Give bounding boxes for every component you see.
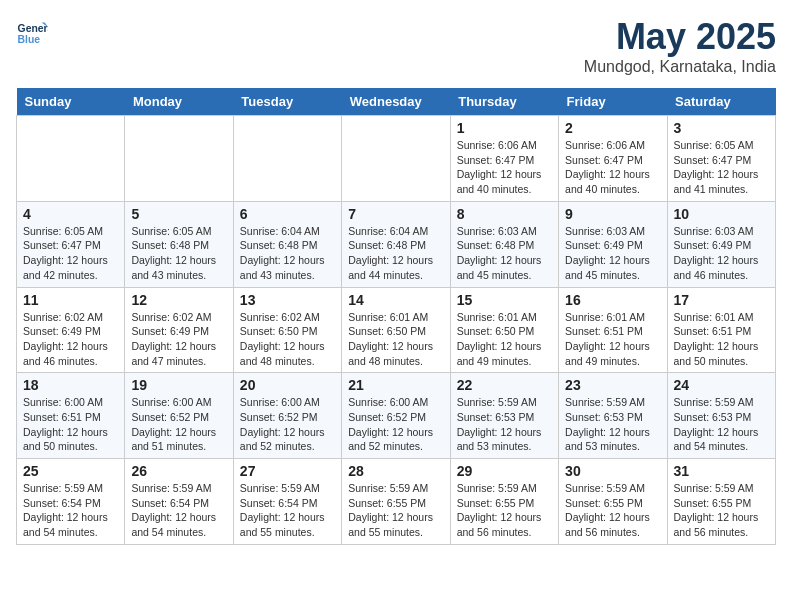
day-info: Sunrise: 6:05 AM Sunset: 6:47 PM Dayligh…: [23, 224, 118, 283]
day-info: Sunrise: 6:01 AM Sunset: 6:51 PM Dayligh…: [565, 310, 660, 369]
day-cell: 2Sunrise: 6:06 AM Sunset: 6:47 PM Daylig…: [559, 116, 667, 202]
day-cell: 31Sunrise: 5:59 AM Sunset: 6:55 PM Dayli…: [667, 459, 775, 545]
header-row: SundayMondayTuesdayWednesdayThursdayFrid…: [17, 88, 776, 116]
day-info: Sunrise: 5:59 AM Sunset: 6:55 PM Dayligh…: [348, 481, 443, 540]
day-cell: 17Sunrise: 6:01 AM Sunset: 6:51 PM Dayli…: [667, 287, 775, 373]
day-info: Sunrise: 6:02 AM Sunset: 6:49 PM Dayligh…: [131, 310, 226, 369]
day-cell: 19Sunrise: 6:00 AM Sunset: 6:52 PM Dayli…: [125, 373, 233, 459]
logo: General Blue: [16, 16, 48, 48]
header-cell-thursday: Thursday: [450, 88, 558, 116]
header-cell-monday: Monday: [125, 88, 233, 116]
svg-text:Blue: Blue: [18, 34, 41, 45]
day-info: Sunrise: 6:01 AM Sunset: 6:51 PM Dayligh…: [674, 310, 769, 369]
day-info: Sunrise: 6:02 AM Sunset: 6:49 PM Dayligh…: [23, 310, 118, 369]
day-cell: 5Sunrise: 6:05 AM Sunset: 6:48 PM Daylig…: [125, 201, 233, 287]
day-number: 17: [674, 292, 769, 308]
day-number: 6: [240, 206, 335, 222]
day-cell: 30Sunrise: 5:59 AM Sunset: 6:55 PM Dayli…: [559, 459, 667, 545]
day-number: 27: [240, 463, 335, 479]
header-cell-saturday: Saturday: [667, 88, 775, 116]
day-number: 2: [565, 120, 660, 136]
day-info: Sunrise: 6:00 AM Sunset: 6:51 PM Dayligh…: [23, 395, 118, 454]
day-number: 30: [565, 463, 660, 479]
day-number: 23: [565, 377, 660, 393]
day-number: 19: [131, 377, 226, 393]
day-info: Sunrise: 5:59 AM Sunset: 6:53 PM Dayligh…: [457, 395, 552, 454]
svg-text:General: General: [18, 23, 48, 34]
day-cell: 13Sunrise: 6:02 AM Sunset: 6:50 PM Dayli…: [233, 287, 341, 373]
day-cell: 9Sunrise: 6:03 AM Sunset: 6:49 PM Daylig…: [559, 201, 667, 287]
calendar-title: May 2025: [584, 16, 776, 58]
day-number: 1: [457, 120, 552, 136]
day-cell: 24Sunrise: 5:59 AM Sunset: 6:53 PM Dayli…: [667, 373, 775, 459]
day-number: 3: [674, 120, 769, 136]
day-number: 18: [23, 377, 118, 393]
day-number: 29: [457, 463, 552, 479]
day-info: Sunrise: 5:59 AM Sunset: 6:53 PM Dayligh…: [565, 395, 660, 454]
day-info: Sunrise: 6:04 AM Sunset: 6:48 PM Dayligh…: [240, 224, 335, 283]
day-number: 20: [240, 377, 335, 393]
week-row-1: 1Sunrise: 6:06 AM Sunset: 6:47 PM Daylig…: [17, 116, 776, 202]
day-cell: 22Sunrise: 5:59 AM Sunset: 6:53 PM Dayli…: [450, 373, 558, 459]
calendar-table: SundayMondayTuesdayWednesdayThursdayFrid…: [16, 88, 776, 545]
day-number: 12: [131, 292, 226, 308]
day-cell: 21Sunrise: 6:00 AM Sunset: 6:52 PM Dayli…: [342, 373, 450, 459]
page-header: General Blue May 2025 Mundgod, Karnataka…: [16, 16, 776, 76]
day-number: 8: [457, 206, 552, 222]
week-row-5: 25Sunrise: 5:59 AM Sunset: 6:54 PM Dayli…: [17, 459, 776, 545]
day-cell: 25Sunrise: 5:59 AM Sunset: 6:54 PM Dayli…: [17, 459, 125, 545]
week-row-4: 18Sunrise: 6:00 AM Sunset: 6:51 PM Dayli…: [17, 373, 776, 459]
day-cell: 16Sunrise: 6:01 AM Sunset: 6:51 PM Dayli…: [559, 287, 667, 373]
day-info: Sunrise: 6:03 AM Sunset: 6:49 PM Dayligh…: [674, 224, 769, 283]
day-number: 21: [348, 377, 443, 393]
day-number: 31: [674, 463, 769, 479]
day-info: Sunrise: 6:05 AM Sunset: 6:48 PM Dayligh…: [131, 224, 226, 283]
day-number: 4: [23, 206, 118, 222]
day-info: Sunrise: 6:03 AM Sunset: 6:48 PM Dayligh…: [457, 224, 552, 283]
day-number: 15: [457, 292, 552, 308]
header-cell-tuesday: Tuesday: [233, 88, 341, 116]
day-info: Sunrise: 6:04 AM Sunset: 6:48 PM Dayligh…: [348, 224, 443, 283]
day-number: 22: [457, 377, 552, 393]
day-cell: 6Sunrise: 6:04 AM Sunset: 6:48 PM Daylig…: [233, 201, 341, 287]
day-info: Sunrise: 5:59 AM Sunset: 6:55 PM Dayligh…: [565, 481, 660, 540]
day-info: Sunrise: 6:03 AM Sunset: 6:49 PM Dayligh…: [565, 224, 660, 283]
day-cell: 28Sunrise: 5:59 AM Sunset: 6:55 PM Dayli…: [342, 459, 450, 545]
day-cell: 26Sunrise: 5:59 AM Sunset: 6:54 PM Dayli…: [125, 459, 233, 545]
day-cell: 7Sunrise: 6:04 AM Sunset: 6:48 PM Daylig…: [342, 201, 450, 287]
header-cell-sunday: Sunday: [17, 88, 125, 116]
day-info: Sunrise: 6:00 AM Sunset: 6:52 PM Dayligh…: [131, 395, 226, 454]
day-cell: 18Sunrise: 6:00 AM Sunset: 6:51 PM Dayli…: [17, 373, 125, 459]
day-number: 24: [674, 377, 769, 393]
day-cell: [342, 116, 450, 202]
day-number: 26: [131, 463, 226, 479]
day-cell: 12Sunrise: 6:02 AM Sunset: 6:49 PM Dayli…: [125, 287, 233, 373]
day-number: 25: [23, 463, 118, 479]
day-info: Sunrise: 6:05 AM Sunset: 6:47 PM Dayligh…: [674, 138, 769, 197]
day-cell: [125, 116, 233, 202]
day-info: Sunrise: 6:01 AM Sunset: 6:50 PM Dayligh…: [348, 310, 443, 369]
week-row-3: 11Sunrise: 6:02 AM Sunset: 6:49 PM Dayli…: [17, 287, 776, 373]
day-number: 7: [348, 206, 443, 222]
day-cell: 10Sunrise: 6:03 AM Sunset: 6:49 PM Dayli…: [667, 201, 775, 287]
day-cell: 14Sunrise: 6:01 AM Sunset: 6:50 PM Dayli…: [342, 287, 450, 373]
day-number: 11: [23, 292, 118, 308]
day-number: 5: [131, 206, 226, 222]
day-info: Sunrise: 6:01 AM Sunset: 6:50 PM Dayligh…: [457, 310, 552, 369]
header-cell-wednesday: Wednesday: [342, 88, 450, 116]
day-info: Sunrise: 5:59 AM Sunset: 6:54 PM Dayligh…: [131, 481, 226, 540]
day-cell: 15Sunrise: 6:01 AM Sunset: 6:50 PM Dayli…: [450, 287, 558, 373]
day-cell: 1Sunrise: 6:06 AM Sunset: 6:47 PM Daylig…: [450, 116, 558, 202]
day-cell: 23Sunrise: 5:59 AM Sunset: 6:53 PM Dayli…: [559, 373, 667, 459]
day-cell: [233, 116, 341, 202]
day-info: Sunrise: 5:59 AM Sunset: 6:53 PM Dayligh…: [674, 395, 769, 454]
day-info: Sunrise: 5:59 AM Sunset: 6:54 PM Dayligh…: [240, 481, 335, 540]
day-number: 10: [674, 206, 769, 222]
day-info: Sunrise: 6:06 AM Sunset: 6:47 PM Dayligh…: [565, 138, 660, 197]
day-info: Sunrise: 6:00 AM Sunset: 6:52 PM Dayligh…: [240, 395, 335, 454]
day-info: Sunrise: 6:02 AM Sunset: 6:50 PM Dayligh…: [240, 310, 335, 369]
day-number: 16: [565, 292, 660, 308]
day-info: Sunrise: 6:00 AM Sunset: 6:52 PM Dayligh…: [348, 395, 443, 454]
day-number: 14: [348, 292, 443, 308]
day-info: Sunrise: 5:59 AM Sunset: 6:55 PM Dayligh…: [457, 481, 552, 540]
